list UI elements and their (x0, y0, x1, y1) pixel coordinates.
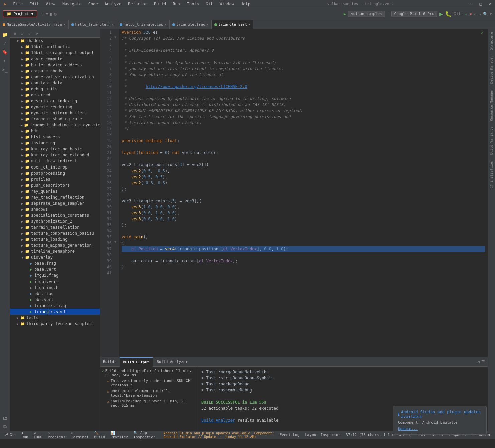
tree-item-third-party[interactable]: ▶📁third_party [vulkan_samples] (10, 321, 100, 327)
menu-view[interactable]: View (44, 1, 57, 7)
tree-item-deferred[interactable]: ▶📁deferred (10, 92, 100, 98)
menu-help[interactable]: Help (239, 1, 252, 7)
menu-file[interactable]: File (12, 1, 24, 7)
event-log-status[interactable]: Event Log (278, 433, 301, 437)
toolbar-icon-list[interactable]: ≡ (46, 11, 48, 17)
tree-item-multi-draw[interactable]: ▶📁multi_draw_indirect (10, 158, 100, 164)
build-analyzer-link[interactable]: Build Analyzer (201, 418, 235, 423)
minimize-button[interactable]: ─ (469, 1, 474, 7)
resource-manager-icon[interactable]: 🗂 (1, 414, 9, 422)
menu-edit[interactable]: Edit (28, 1, 40, 7)
close-tab-hello-h[interactable]: ✕ (112, 23, 114, 26)
resource-manager-tab[interactable]: Resource Manager (488, 86, 495, 124)
tree-item-pbr-frag[interactable]: ◆pbr.frag (10, 291, 100, 297)
git-status[interactable]: ⎇ Git (3, 433, 18, 437)
terminal-status[interactable]: ⊞ Terminal (70, 431, 90, 439)
tree-item-ray-queries[interactable]: ▶📁ray_queries (10, 188, 100, 194)
code-editor[interactable]: 1 2 3 4 5 6 7 8 9 10 11 12 13 14 15 16 1… (100, 29, 488, 357)
file-tab-hello-h[interactable]: hello_triangle.h ✕ (69, 20, 117, 29)
file-tab-triangle-frag[interactable]: triangle.frag ✕ (170, 20, 212, 29)
file-tab-native[interactable]: NativeSampleActivity.java ✕ (0, 20, 69, 29)
close-tab-hello-cpp[interactable]: ✕ (165, 23, 167, 26)
tree-item-separate[interactable]: ▶📁separate_image_sampler (10, 200, 100, 206)
tree-item-khr-extended[interactable]: ▶📁khr_ray_tracing_extended (10, 152, 100, 158)
tree-item-pbr-vert[interactable]: ◆pbr.vert (10, 297, 100, 303)
structure-tab[interactable]: Structure (488, 29, 495, 53)
run-status[interactable]: ▶ Run (20, 431, 30, 439)
build-item-unexpected[interactable]: ⚠ unexpected element (uri:"", local:"bas… (100, 388, 197, 398)
tree-item-descriptor[interactable]: ▶📁descriptor_indexing (10, 98, 100, 104)
device-dropdown[interactable]: vulkan_samples (348, 11, 385, 17)
toolbar-icon-structure[interactable]: ⊞ (41, 11, 44, 17)
file-tab-hello-cpp[interactable]: hello_triangle.cpp ✕ (117, 20, 170, 29)
tree-item-instancing[interactable]: ▶📁instancing (10, 140, 100, 146)
tree-item-fragment-rate-dyn[interactable]: ▶📁fragment_shading_rate_dynamic (10, 122, 100, 128)
tree-item-constant[interactable]: ▶📁constant_data (10, 80, 100, 86)
close-button[interactable]: ✕ (487, 1, 492, 7)
toolbar-cross[interactable]: ✗ (470, 12, 472, 16)
maximize-button[interactable]: □ (478, 1, 483, 7)
tree-item-tests[interactable]: ▶📁tests (10, 315, 100, 321)
bookmarks-icon[interactable]: 🔖 (1, 48, 9, 56)
tree-item-base-frag[interactable]: ◆base.frag (10, 260, 100, 266)
panel-settings-btn[interactable]: ⚙ (33, 30, 40, 37)
tree-item-shadows[interactable]: ▶📁shadows (10, 206, 100, 212)
tree-item-dynamic-rendering[interactable]: ▶📁dynamic_rendering (10, 104, 100, 110)
tree-item-dynamic-uniform[interactable]: ▶📁dynamic_uniform_buffers (10, 110, 100, 116)
file-tab-triangle-vert[interactable]: triangle.vert ✕ (212, 20, 253, 29)
build-status[interactable]: 🔨 Build (93, 431, 106, 439)
collapse-all-btn[interactable]: ⊟ (11, 30, 18, 37)
tree-item-triangle-vert[interactable]: ◆triangle.vert (10, 309, 100, 315)
locate-file-btn[interactable]: ◎ (19, 30, 25, 37)
tree-item-texture-mip[interactable]: ▶📁texture_mipmap_generation (10, 242, 100, 248)
tree-item-lighting-h[interactable]: ◈lighting.h (10, 285, 100, 291)
build-analyzer-tab[interactable]: Build Analyzer (153, 357, 191, 367)
debug-button[interactable]: 🐛 (445, 11, 452, 17)
toolbar-gear[interactable]: ⚙ (490, 12, 492, 16)
tree-item-triangle-frag[interactable]: ◆triangle.frag (10, 303, 100, 309)
tree-item-timeline[interactable]: ▶📁timeline_semaphore (10, 248, 100, 254)
menu-refactor[interactable]: Refactor (127, 1, 149, 7)
tree-item-postprocessing[interactable]: ▶📁postprocessing (10, 170, 100, 176)
panel-sort-btn[interactable]: ⇅ (26, 30, 33, 37)
project-tab[interactable]: 📁 Project ▼ (3, 10, 37, 17)
close-tab-native[interactable]: ✕ (64, 23, 66, 26)
tree-item-base-vert[interactable]: ◆base.vert (10, 266, 100, 272)
tree-item-texture-load[interactable]: ▶📁texture_loading (10, 236, 100, 242)
build-item-gradle[interactable]: ✓ Build android_gradle: finished: 11 min… (100, 368, 197, 378)
build-item-sdk-warn[interactable]: ⚠ This version only understands SDK XML … (100, 378, 197, 388)
tree-item-ray-tracing[interactable]: ▶📁ray_tracing_reflection (10, 194, 100, 200)
pull-requests-icon[interactable]: ⬆ (1, 57, 9, 65)
tree-item-texture-comp[interactable]: ▶📁texture_compression_basisu (10, 230, 100, 236)
profiler-status[interactable]: 📊 Profiler (109, 431, 129, 439)
problems-status[interactable]: ⚠ Problems (46, 431, 67, 439)
tree-item-profiles[interactable]: ▶📁profiles (10, 176, 100, 182)
code-content[interactable]: #version 320 es ✓ /* Copyright (c) 2019,… (119, 29, 488, 357)
menu-tools[interactable]: Tools (185, 1, 200, 7)
tree-item-hlsl[interactable]: ▶📁hlsl_shaders (10, 134, 100, 140)
tree-item-debug[interactable]: ▶📁debug_utils (10, 86, 100, 92)
tree-item-shaders[interactable]: ▼ 📁 shaders (10, 38, 100, 44)
app-inspection-status[interactable]: 🔍 App Inspection (132, 431, 157, 439)
toolbar-checkmark[interactable]: ✓ (465, 12, 468, 16)
toolbar-redo[interactable]: ↪ (479, 12, 481, 16)
menu-build[interactable]: Build (153, 1, 167, 7)
toolbar-icon-settings[interactable]: ⚙ (54, 11, 57, 17)
list-icon-bottom[interactable]: ☰ (481, 360, 485, 364)
settings-icon-bottom[interactable]: ⚙ (478, 360, 480, 364)
tree-item-opencl[interactable]: ▶📁open_cl_interop (10, 164, 100, 170)
tree-item-uioverlay[interactable]: ▼📁uioverlay (10, 254, 100, 260)
terminal-left-icon[interactable]: >_ (1, 66, 9, 74)
commit-icon[interactable]: ✓ (1, 39, 9, 47)
tree-item-16bit[interactable]: ▶📁16bit_arithmetic (10, 44, 100, 50)
phone-dropdown[interactable]: Google Pixel 6 Pro (391, 11, 437, 17)
tree-item-sync2[interactable]: ▶📁synchronization_2 (10, 218, 100, 224)
device-manager-tab[interactable]: Device Manager (488, 53, 495, 86)
close-tab-frag[interactable]: ✕ (207, 23, 209, 26)
run-button[interactable]: ▶ (439, 10, 443, 17)
notification-update-link[interactable]: Update... (398, 427, 418, 431)
cs-initializer-tab[interactable]: C# initializer (488, 157, 495, 191)
layout-inspector-status[interactable]: Layout Inspector (303, 433, 342, 437)
build-variants-icon[interactable]: ⧉ (1, 423, 9, 431)
tree-item-compute[interactable]: ▶📁compute_nbody (10, 68, 100, 74)
